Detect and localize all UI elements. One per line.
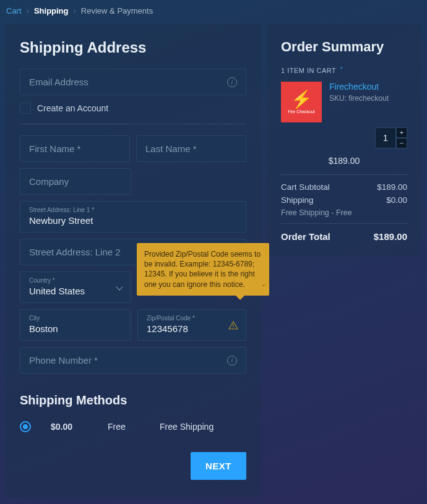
breadcrumb-shipping[interactable]: Shipping (34, 6, 69, 15)
item-sku: SKU: firecheckout (329, 94, 389, 103)
create-account-label: Create an Account (37, 103, 108, 113)
city-value: Boston (29, 323, 58, 334)
svg-point-1 (233, 327, 234, 328)
shipping-label: Shipping (281, 195, 314, 205)
city-field[interactable]: City Boston (20, 309, 131, 341)
item-price: $189.00 (281, 156, 407, 166)
shipping-method-row[interactable]: $0.00 Free Free Shipping (20, 421, 246, 432)
cart-count-text: 1 ITEM IN CART (281, 67, 336, 74)
subtotal-label: Cart Subtotal (281, 182, 330, 192)
street-line1-value: Newbury Street (29, 215, 93, 226)
quantity-minus[interactable]: − (396, 138, 407, 148)
order-summary-panel: Order Summary 1 ITEM IN CART ˄ ⚡ Fire Ch… (267, 24, 421, 257)
item-thumbnail[interactable]: ⚡ Fire Checkout (281, 82, 322, 122)
zip-warning-text: Provided Zip/Postal Code seems to be inv… (144, 250, 261, 289)
total-value: $189.00 (374, 231, 407, 242)
info-icon[interactable]: i (227, 77, 237, 87)
street-line1-label: Street Address: Line 1 * (29, 207, 237, 213)
info-icon[interactable]: i (227, 356, 237, 365)
shipping-methods-heading: Shipping Methods (20, 393, 246, 408)
tooltip-close-icon[interactable]: ˅ (262, 283, 265, 293)
company-field[interactable]: Company (20, 168, 131, 195)
street-line1-field[interactable]: Street Address: Line 1 * Newbury Street (20, 201, 246, 233)
first-name-field[interactable]: First Name * (20, 135, 130, 162)
quantity-stepper[interactable]: 1 + − (375, 127, 407, 148)
warning-icon (228, 321, 238, 330)
shipping-method-name: Free Shipping (160, 422, 214, 432)
city-label: City (29, 315, 122, 322)
next-button[interactable]: NEXT (191, 452, 246, 480)
country-field[interactable]: Country * United States (20, 271, 131, 303)
country-value: United States (29, 286, 85, 296)
create-account-checkbox[interactable] (20, 103, 31, 114)
first-name-placeholder: First Name * (29, 143, 80, 154)
phone-placeholder: Phone Number * (29, 355, 98, 365)
chevron-down-icon (116, 283, 123, 290)
chevron-up-icon: ˄ (340, 66, 344, 74)
shipping-value: $0.00 (386, 195, 407, 205)
breadcrumb-sep: › (74, 6, 76, 15)
zip-value: 12345678 (147, 323, 188, 334)
zip-label: Zip/Postal Code * (147, 315, 237, 322)
email-field[interactable]: Email Address i (20, 69, 246, 95)
order-summary-heading: Order Summary (281, 39, 407, 55)
cart-item: ⚡ Fire Checkout Firecheckout SKU: firech… (281, 82, 407, 122)
shipping-subtext: Free Shipping - Free (281, 208, 407, 217)
subtotal-value: $189.00 (377, 182, 407, 192)
cart-item-count[interactable]: 1 ITEM IN CART ˄ (281, 66, 407, 74)
quantity-plus[interactable]: + (396, 127, 407, 138)
street-line2-placeholder: Street Address: Line 2 (29, 247, 121, 257)
last-name-placeholder: Last Name * (145, 143, 197, 154)
country-label: Country * (29, 277, 122, 284)
shipping-method-price: $0.00 (51, 422, 88, 432)
shipping-method-radio[interactable] (20, 421, 31, 432)
zip-warning-tooltip: Provided Zip/Postal Code seems to be inv… (137, 243, 269, 296)
breadcrumb-sep: › (27, 6, 29, 15)
last-name-field[interactable]: Last Name * (136, 135, 246, 162)
shipping-method-type: Free (108, 422, 140, 432)
breadcrumb-review[interactable]: Review & Payments (81, 6, 153, 15)
company-placeholder: Company (29, 176, 69, 187)
zip-field[interactable]: Zip/Postal Code * 12345678 (137, 309, 246, 341)
divider (281, 223, 407, 224)
divider (281, 174, 407, 175)
bolt-icon: ⚡ (291, 91, 313, 108)
breadcrumb-cart[interactable]: Cart (6, 6, 22, 15)
thumb-label: Fire Checkout (288, 109, 315, 114)
breadcrumb: Cart › Shipping › Review & Payments (0, 0, 427, 24)
divider (20, 124, 246, 124)
email-placeholder: Email Address (29, 77, 88, 87)
item-name[interactable]: Firecheckout (329, 82, 389, 92)
page-title: Shipping Address (20, 39, 246, 56)
shipping-panel: Shipping Address Email Address i Create … (5, 24, 261, 497)
phone-field[interactable]: Phone Number * i (20, 347, 246, 374)
create-account-row[interactable]: Create an Account (20, 103, 246, 114)
quantity-value[interactable]: 1 (375, 127, 396, 148)
total-label: Order Total (281, 231, 330, 242)
